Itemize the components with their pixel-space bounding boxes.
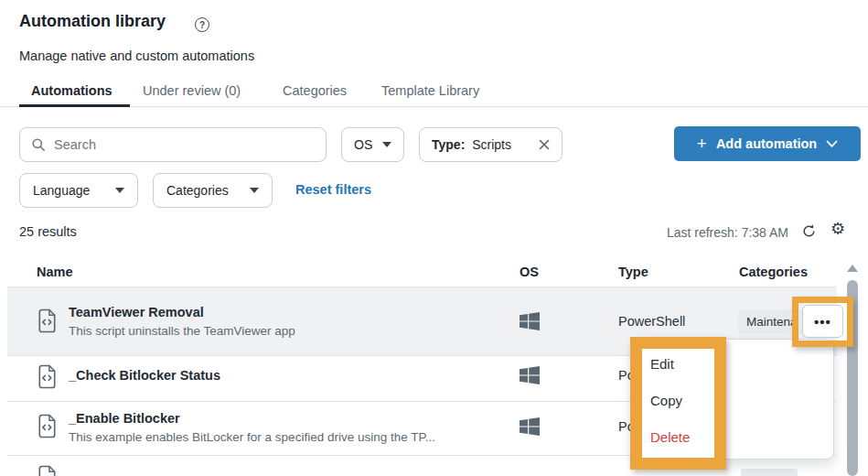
- tabbar-divider: [0, 106, 868, 107]
- script-file-icon: [37, 364, 58, 392]
- automation-library-page: Automation library ? Manage native and c…: [0, 0, 868, 476]
- script-file-icon: [37, 465, 58, 476]
- caret-down-icon: [115, 188, 124, 193]
- automation-description: This script uninstalls the TeamViewer ap…: [69, 324, 295, 338]
- refresh-icon[interactable]: [801, 223, 817, 242]
- windows-os-icon: [520, 417, 540, 438]
- language-filter-dropdown[interactable]: Language: [19, 173, 138, 208]
- scrollbar-up-arrow-icon[interactable]: [847, 265, 858, 272]
- close-icon[interactable]: [539, 139, 550, 150]
- column-header-categories: Categories: [739, 265, 808, 279]
- search-input[interactable]: [54, 137, 315, 152]
- gear-icon[interactable]: ⚙: [830, 221, 845, 237]
- column-header-name: Name: [37, 265, 73, 279]
- search-icon: [31, 137, 46, 152]
- automation-type: PowerShell: [618, 314, 685, 329]
- column-header-type: Type: [618, 265, 648, 279]
- os-filter-dropdown[interactable]: OS: [341, 127, 404, 162]
- caret-down-icon: [250, 188, 259, 193]
- tab-categories[interactable]: Categories: [283, 83, 347, 98]
- windows-os-icon: [520, 366, 540, 387]
- type-chip-label: Type: Scripts: [432, 137, 511, 152]
- results-count: 25 results: [19, 224, 77, 239]
- tab-template-library[interactable]: Template Library: [381, 83, 479, 98]
- automation-description: This example enables BitLocker for a spe…: [69, 430, 435, 444]
- caret-down-icon: [382, 142, 391, 147]
- categories-filter-label: Categories: [166, 183, 229, 198]
- help-icon[interactable]: ?: [195, 17, 209, 32]
- windows-os-icon: [520, 312, 540, 333]
- annotation-highlight-more-button: [792, 297, 853, 347]
- active-tab-underline: [19, 104, 130, 107]
- script-file-icon: [37, 414, 58, 441]
- category-badge: [741, 469, 798, 476]
- add-automation-button[interactable]: + Add automation: [674, 126, 861, 161]
- page-subtitle: Manage native and custom automations: [19, 49, 254, 63]
- automation-name: TeamViewer Removal: [69, 305, 204, 319]
- search-box[interactable]: [19, 127, 327, 162]
- reset-filters-link[interactable]: Reset filters: [295, 182, 371, 197]
- page-title: Automation library: [19, 12, 166, 31]
- column-header-os: OS: [520, 265, 539, 279]
- plus-icon: +: [697, 135, 707, 152]
- type-filter-chip[interactable]: Type: Scripts: [419, 127, 563, 162]
- script-file-icon: [37, 308, 58, 336]
- os-filter-label: OS: [354, 137, 372, 152]
- language-filter-label: Language: [33, 183, 90, 198]
- automation-name[interactable]: _Enable Bitlocker: [69, 411, 180, 426]
- annotation-highlight-menu: [630, 337, 726, 470]
- last-refresh-text: Last refresh: 7:38 AM: [667, 225, 788, 240]
- add-automation-label: Add automation: [716, 136, 817, 151]
- tab-automations[interactable]: Automations: [31, 83, 113, 98]
- automation-name[interactable]: _Check Bitlocker Status: [69, 368, 220, 383]
- chevron-down-icon: [826, 140, 838, 148]
- type-chip-prefix: Type:: [432, 137, 465, 152]
- categories-filter-dropdown[interactable]: Categories: [153, 173, 273, 208]
- type-chip-value: Scripts: [472, 137, 511, 152]
- tab-under-review[interactable]: Under review (0): [143, 83, 241, 98]
